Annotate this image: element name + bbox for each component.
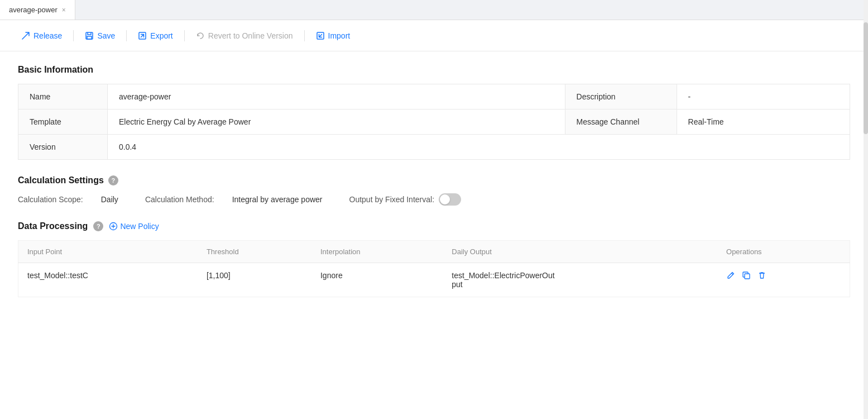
calc-settings-title: Calculation Settings [18,175,104,185]
scope-value: Daily [101,195,118,204]
data-processing-table: Input Point Threshold Interpolation Dail… [18,240,850,297]
toolbar-sep-4 [304,30,305,41]
col-daily-output: Daily Output [443,241,717,263]
tab-close-icon[interactable]: × [62,6,66,14]
tab-average-power[interactable]: average-power × [0,0,75,20]
table-row: Name average-power Description - [18,84,850,109]
scrollbar[interactable] [864,0,868,419]
svg-rect-1 [87,36,92,39]
version-label: Version [18,135,108,160]
new-policy-button[interactable]: New Policy [109,222,159,231]
output-fixed-interval-toggle[interactable] [439,193,461,206]
table-header-row: Input Point Threshold Interpolation Dail… [18,241,850,263]
col-interpolation: Interpolation [311,241,443,263]
action-icons [726,271,841,280]
scrollbar-thumb[interactable] [864,22,868,134]
interpolation-cell: Ignore [311,263,443,297]
toolbar: Release Save Export Revert to Online Ver… [0,20,868,51]
calc-settings-header: Calculation Settings ? [18,175,850,185]
name-value: average-power [108,84,565,109]
save-button[interactable]: Save [75,27,125,45]
name-label: Name [18,84,108,109]
revert-button[interactable]: Revert to Online Version [186,27,303,45]
data-processing-title: Data Processing [18,221,88,231]
basic-info-title: Basic Information [18,65,850,75]
message-channel-label: Message Channel [565,109,677,135]
export-button[interactable]: Export [128,27,183,45]
version-value: 0.0.4 [108,135,850,160]
tab-bar: average-power × [0,0,868,20]
toggle-thumb [440,194,450,204]
delete-icon[interactable] [757,271,766,280]
col-threshold: Threshold [198,241,311,263]
table-row: test_Model::testC [1,100] Ignore test_Mo… [18,263,850,297]
release-button[interactable]: Release [11,27,72,45]
col-operations: Operations [717,241,850,263]
threshold-cell: [1,100] [198,263,311,297]
export-icon [138,31,147,40]
description-label: Description [565,84,677,109]
import-button[interactable]: Import [306,27,361,45]
copy-icon[interactable] [742,271,751,280]
toolbar-sep-3 [184,30,185,41]
calc-settings-help-icon[interactable]: ? [108,175,118,185]
col-input-point: Input Point [18,241,198,263]
toggle-track [439,193,461,206]
calc-info-row: Calculation Scope: Daily Calculation Met… [18,193,850,206]
toolbar-sep-1 [73,30,74,41]
method-value: Integral by average power [232,195,323,204]
revert-icon [196,31,205,40]
operations-cell [717,263,850,297]
description-value: - [677,84,850,109]
scope-label: Calculation Scope: [18,195,83,204]
import-icon [316,31,325,40]
output-label: Output by Fixed Interval: [349,195,435,204]
toolbar-sep-2 [126,30,127,41]
tab-label: average-power [9,6,57,14]
message-channel-value: Real-Time [677,109,850,135]
data-processing-header: Data Processing ? New Policy [18,221,850,231]
edit-icon[interactable] [726,271,735,280]
table-row: Template Electric Energy Cal by Average … [18,109,850,135]
plus-circle-icon [109,222,118,231]
daily-output-cell: test_Model::ElectricPowerOutput [443,263,717,297]
svg-rect-5 [745,274,750,279]
data-processing-help-icon[interactable]: ? [93,221,103,231]
table-row: Version 0.0.4 [18,135,850,160]
template-label: Template [18,109,108,135]
template-value: Electric Energy Cal by Average Power [108,109,565,135]
save-icon [85,31,94,40]
method-label: Calculation Method: [145,195,214,204]
main-content: Basic Information Name average-power Des… [0,51,868,419]
release-icon [21,31,30,40]
basic-info-table: Name average-power Description - Templat… [18,84,850,160]
input-point-cell: test_Model::testC [18,263,198,297]
